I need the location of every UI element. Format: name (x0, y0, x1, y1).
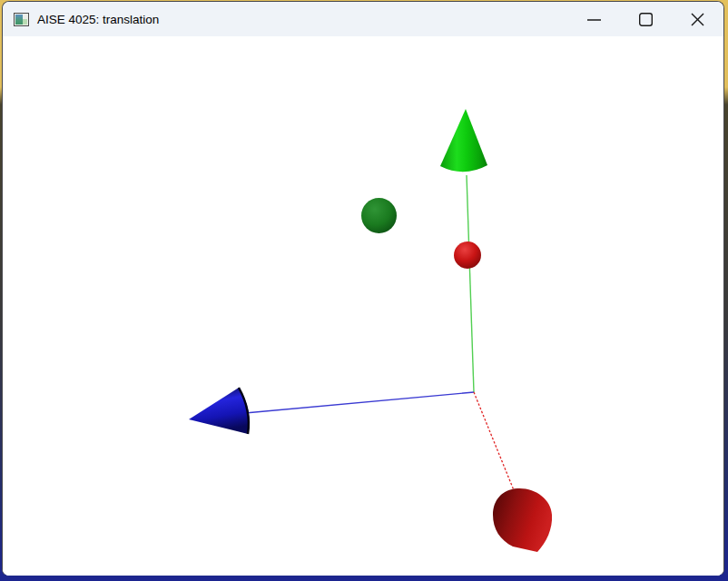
minimize-button[interactable] (568, 2, 620, 36)
maximize-button[interactable] (620, 2, 672, 36)
green-axis-shaft (467, 175, 474, 392)
titlebar-left: AISE 4025: translation (3, 2, 568, 36)
blue-axis-arrowhead (189, 388, 250, 434)
minimize-icon (586, 12, 602, 27)
titlebar[interactable]: AISE 4025: translation (3, 2, 723, 36)
green-axis-arrowhead (440, 109, 487, 172)
green-sphere (361, 198, 397, 233)
icon-left-pane (15, 15, 23, 25)
image-thumbnail-icon[interactable] (14, 13, 29, 26)
red-axis-shaft (474, 392, 514, 490)
icon-right-pane (23, 19, 27, 25)
close-icon (690, 12, 705, 27)
app-window: AISE 4025: translation (2, 1, 724, 576)
close-button[interactable] (672, 2, 723, 36)
window-title: AISE 4025: translation (37, 13, 159, 26)
red-axis-arrowhead (493, 488, 552, 552)
maximize-icon (638, 12, 654, 27)
scene-svg (3, 36, 723, 576)
window-controls (568, 2, 723, 36)
viewport-3d-canvas[interactable] (3, 36, 723, 576)
red-sphere (454, 241, 481, 269)
blue-axis-shaft (245, 392, 474, 413)
